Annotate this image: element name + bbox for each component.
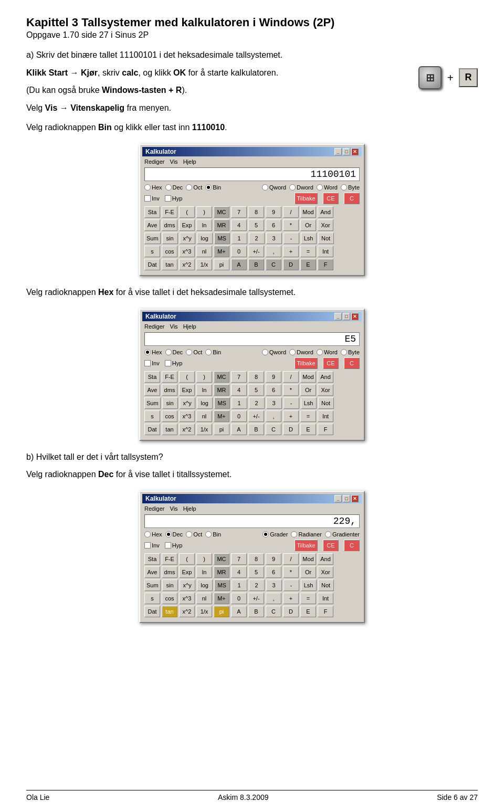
calc1-btn-e[interactable]: E: [300, 259, 316, 270]
calc3-radio-dec[interactable]: Dec: [165, 531, 183, 537]
calc1-btn-div[interactable]: /: [283, 206, 299, 218]
calc3-radio-hex[interactable]: Hex: [144, 531, 162, 537]
calc3-radio-bin[interactable]: Bin: [205, 531, 221, 537]
calc1-btn-log[interactable]: log: [197, 233, 213, 244]
calc2-btn-comma[interactable]: ,: [266, 410, 281, 422]
calc3-btn-ave[interactable]: Ave: [144, 566, 160, 578]
calc2-btn-mul[interactable]: *: [283, 384, 299, 396]
calc3-btn-c[interactable]: C: [344, 540, 360, 551]
calc3-btn-plusminus[interactable]: +/-: [248, 593, 264, 604]
calc1-menu-vis[interactable]: Vis: [170, 159, 178, 165]
calc3-btn-f[interactable]: F: [318, 606, 333, 617]
calc1-btn-ms[interactable]: MS: [214, 233, 230, 244]
calc1-btn-int[interactable]: Int: [318, 246, 333, 257]
calc2-btn-tan[interactable]: tan: [162, 424, 177, 435]
calc2-maximize-button[interactable]: □: [343, 313, 350, 320]
calc2-btn-fe[interactable]: F-E: [162, 371, 177, 383]
calc3-btn-tilbake[interactable]: Tilbake: [295, 540, 318, 551]
calc3-btn-int[interactable]: Int: [318, 593, 333, 604]
calc2-btn-sin[interactable]: sin: [162, 397, 178, 409]
calc2-btn-or[interactable]: Or: [300, 384, 316, 396]
calc1-btn-tan[interactable]: tan: [162, 259, 177, 270]
calc2-btn-open[interactable]: (: [179, 371, 195, 383]
calc1-minimize-button[interactable]: _: [334, 148, 342, 155]
calc1-btn-sin[interactable]: sin: [162, 233, 178, 244]
calc2-btn-cos[interactable]: cos: [162, 410, 177, 422]
calc2-btn-4[interactable]: 4: [231, 384, 247, 396]
calc1-btn-ce[interactable]: CE: [323, 193, 339, 204]
calc1-check-inv[interactable]: Inv: [144, 195, 160, 202]
calc3-btn-6[interactable]: 6: [266, 566, 281, 578]
calc2-btn-plus[interactable]: +: [283, 410, 299, 422]
calc1-btn-plus[interactable]: +: [283, 246, 299, 257]
calc1-btn-mul[interactable]: *: [283, 219, 299, 231]
calc3-btn-7[interactable]: 7: [231, 553, 247, 565]
calc3-btn-plus[interactable]: +: [283, 593, 299, 604]
calc3-btn-mplus[interactable]: M+: [214, 593, 229, 604]
calc2-btn-exp[interactable]: Exp: [179, 384, 195, 396]
calc1-btn-sum[interactable]: Sum: [144, 233, 161, 244]
calc2-radio-dec[interactable]: Dec: [165, 349, 183, 355]
calc3-btn-mul[interactable]: *: [283, 566, 299, 578]
calc3-btn-onex[interactable]: 1/x: [196, 606, 212, 617]
calc1-radio-oct[interactable]: Oct: [186, 184, 202, 191]
calc2-menu-hjelp[interactable]: Hjelp: [183, 323, 196, 330]
calc3-btn-c2[interactable]: C: [266, 606, 281, 617]
calc2-close-button[interactable]: ✕: [351, 313, 359, 320]
calc3-btn-lsh[interactable]: Lsh: [301, 579, 317, 591]
calc3-check-hyp[interactable]: Hyp: [165, 542, 183, 549]
calc3-btn-sin[interactable]: sin: [162, 579, 178, 591]
calc1-btn-9[interactable]: 9: [266, 206, 281, 218]
calc2-btn-div[interactable]: /: [283, 371, 299, 383]
calc1-radio-byte[interactable]: Byte: [341, 184, 360, 191]
calc1-btn-ave[interactable]: Ave: [144, 219, 160, 231]
calc1-btn-s[interactable]: s: [144, 246, 160, 257]
calc3-btn-close[interactable]: ): [196, 553, 212, 565]
calc3-btn-1[interactable]: 1: [232, 579, 247, 591]
calc3-btn-8[interactable]: 8: [248, 553, 264, 565]
calc3-btn-sum[interactable]: Sum: [144, 579, 161, 591]
calc1-btn-x3[interactable]: x^3: [179, 246, 195, 257]
calc1-btn-6[interactable]: 6: [266, 219, 281, 231]
calc1-btn-sta[interactable]: Sta: [144, 206, 160, 218]
calc2-radio-bin[interactable]: Bin: [205, 349, 221, 355]
calc3-btn-mc[interactable]: MC: [214, 553, 229, 565]
calc1-btn-pi[interactable]: pi: [214, 259, 229, 270]
calc2-btn-e[interactable]: E: [300, 424, 316, 435]
calc1-btn-x2[interactable]: x^2: [179, 259, 195, 270]
calc2-btn-not[interactable]: Not: [318, 397, 334, 409]
calc2-btn-9[interactable]: 9: [266, 371, 281, 383]
calc2-btn-d[interactable]: D: [283, 424, 299, 435]
calc2-btn-dat[interactable]: Dat: [144, 424, 160, 435]
calc2-btn-mplus[interactable]: M+: [214, 410, 229, 422]
calc1-btn-open[interactable]: (: [179, 206, 195, 218]
calc2-btn-mc[interactable]: MC: [214, 371, 229, 383]
calc2-btn-ave[interactable]: Ave: [144, 384, 160, 396]
calc2-btn-onex[interactable]: 1/x: [196, 424, 212, 435]
calc1-btn-d[interactable]: D: [283, 259, 299, 270]
calc1-btn-mod[interactable]: Mod: [300, 206, 316, 218]
calc1-btn-mplus[interactable]: M+: [214, 246, 229, 257]
calc2-btn-7[interactable]: 7: [231, 371, 247, 383]
calc1-btn-cos[interactable]: cos: [162, 246, 177, 257]
calc2-btn-tilbake[interactable]: Tilbake: [295, 357, 318, 369]
calc3-btn-ln[interactable]: ln: [196, 566, 212, 578]
calc3-minimize-button[interactable]: _: [334, 495, 342, 502]
calc2-btn-s[interactable]: s: [144, 410, 160, 422]
calc2-minimize-button[interactable]: _: [334, 313, 342, 320]
calc1-radio-dword[interactable]: Dword: [289, 184, 313, 191]
calc2-btn-x2[interactable]: x^2: [179, 424, 195, 435]
calc1-btn-dat[interactable]: Dat: [144, 259, 160, 270]
calc3-btn-3[interactable]: 3: [266, 579, 282, 591]
calc1-btn-7[interactable]: 7: [231, 206, 247, 218]
calc2-btn-close[interactable]: ): [196, 371, 212, 383]
calc1-btn-not[interactable]: Not: [318, 233, 334, 244]
calc2-btn-ln[interactable]: ln: [196, 384, 212, 396]
calc2-btn-mod[interactable]: Mod: [300, 371, 316, 383]
calc2-check-inv[interactable]: Inv: [144, 360, 160, 366]
calc2-btn-8[interactable]: 8: [248, 371, 264, 383]
calc3-btn-sta[interactable]: Sta: [144, 553, 160, 565]
calc1-menu-hjelp[interactable]: Hjelp: [183, 159, 196, 165]
calc2-btn-a[interactable]: A: [231, 424, 247, 435]
calc1-btn-xy[interactable]: x^y: [180, 233, 195, 244]
